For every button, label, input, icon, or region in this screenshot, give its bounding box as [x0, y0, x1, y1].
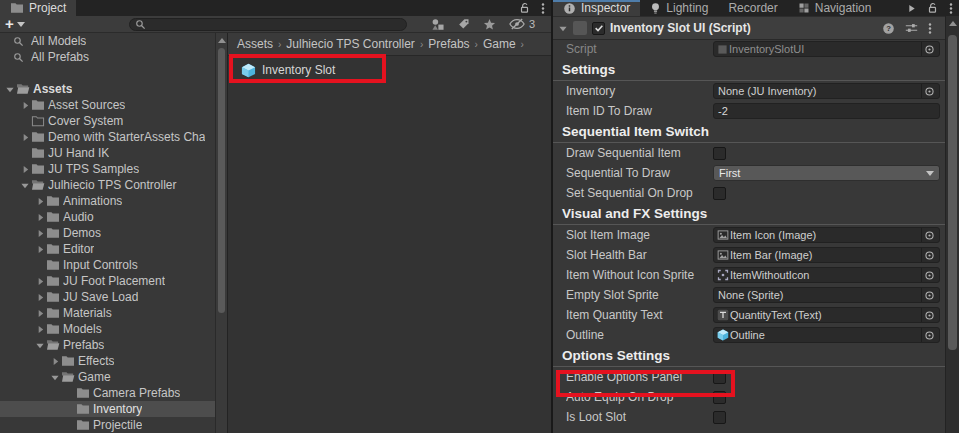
folder-icon [46, 275, 60, 287]
tab-inspector[interactable]: Inspector [553, 0, 640, 16]
inspector-scrollbar[interactable] [945, 16, 959, 433]
component-enabled-checkbox[interactable] [592, 22, 605, 35]
breadcrumb-segment-julhiecio-tps-controller[interactable]: Julhiecio TPS Controller [286, 37, 415, 51]
tree-item-ju-hand-ik[interactable]: JU Hand IK [0, 145, 215, 161]
checkbox-set-sequential-on-drop[interactable] [713, 187, 726, 200]
search-input[interactable] [149, 19, 401, 30]
tree-item-animations[interactable]: Animations [0, 193, 215, 209]
tree-item-editor[interactable]: Editor [0, 241, 215, 257]
foldout-closed-icon[interactable] [36, 213, 45, 222]
foldout-open-icon[interactable] [5, 85, 15, 94]
tree-item-cover-system[interactable]: Cover System [0, 113, 215, 129]
tree-item-camera-prefabs[interactable]: Camera Prefabs [0, 385, 215, 401]
dropdown-sequential-to-draw[interactable]: First [713, 165, 940, 181]
checkbox-is-loot-slot[interactable] [713, 411, 726, 424]
checkbox-draw-sequential-item[interactable] [713, 147, 726, 160]
search-icon [13, 36, 24, 47]
foldout-closed-icon[interactable] [36, 325, 45, 334]
foldout-closed-icon[interactable] [36, 229, 45, 238]
favorite-item-all-prefabs[interactable]: All Prefabs [0, 49, 215, 65]
create-asset-button[interactable]: + [5, 16, 25, 32]
tree-item-prefabs[interactable]: Prefabs [0, 337, 215, 353]
breadcrumb-segment-game[interactable]: Game [483, 37, 516, 51]
tree-item-assets[interactable]: Assets [0, 81, 215, 97]
scroll-up-icon[interactable] [218, 38, 226, 43]
kebab-menu-icon[interactable] [949, 2, 953, 15]
text-field-item-id-to-draw[interactable] [713, 103, 940, 119]
foldout-open-icon[interactable] [20, 181, 30, 190]
tree-item-asset-sources[interactable]: Asset Sources [0, 97, 215, 113]
tree-scrollbar[interactable] [215, 33, 227, 433]
foldout-open-icon[interactable] [558, 24, 568, 33]
tree-item-audio[interactable]: Audio [0, 209, 215, 225]
help-icon[interactable]: ? [882, 22, 895, 35]
object-picker-icon[interactable] [921, 42, 937, 56]
object-picker-icon[interactable] [921, 248, 937, 262]
tree-scrollbar-thumb[interactable] [218, 48, 225, 313]
favorites-star-icon[interactable] [483, 18, 496, 31]
navmesh-icon [798, 2, 810, 14]
tree-item-ju-foot-placement[interactable]: JU Foot Placement [0, 273, 215, 289]
presets-icon[interactable] [905, 22, 918, 34]
lock-icon[interactable] [519, 2, 530, 14]
object-picker-icon[interactable] [921, 288, 937, 302]
object-field-inventory[interactable]: None (JU Inventory) [713, 83, 940, 99]
foldout-closed-icon[interactable] [21, 101, 30, 110]
foldout-closed-icon[interactable] [36, 293, 45, 302]
tree-item-input-controls[interactable]: Input Controls [0, 257, 215, 273]
object-field-item-quantity-text[interactable]: QuantityText (Text) [713, 307, 940, 323]
search-by-type-icon[interactable] [431, 18, 445, 31]
lock-icon[interactable] [927, 2, 938, 14]
checkbox-auto-equip-on-drop[interactable] [713, 391, 726, 404]
tree-item-ju-tps-samples[interactable]: JU TPS Samples [0, 161, 215, 177]
object-picker-icon[interactable] [921, 268, 937, 282]
asset-item-inventory-slot[interactable]: Inventory Slot [228, 58, 551, 82]
object-field-script[interactable]: InventorySlotUI [713, 41, 940, 57]
object-picker-icon[interactable] [921, 328, 937, 342]
tab-lighting[interactable]: Lighting [640, 0, 718, 16]
tab-navigation[interactable]: Navigation [788, 0, 882, 16]
object-picker-icon[interactable] [921, 308, 937, 322]
foldout-closed-icon[interactable] [36, 245, 45, 254]
breadcrumb-segment-prefabs[interactable]: Prefabs [428, 37, 469, 51]
tab-project[interactable]: Project [0, 0, 76, 16]
favorite-item-all-models[interactable]: All Models [0, 33, 215, 49]
foldout-closed-icon[interactable] [36, 277, 45, 286]
object-field-item-without-icon-sprite[interactable]: ItemWithoutIcon [713, 267, 940, 283]
object-picker-icon[interactable] [921, 228, 937, 242]
object-picker-icon[interactable] [921, 84, 937, 98]
inspector-scrollbar-thumb[interactable] [948, 35, 957, 350]
folder-icon [76, 387, 90, 399]
tab-recorder[interactable]: Recorder [718, 0, 787, 16]
tree-item-models[interactable]: Models [0, 321, 215, 337]
show-more-tabs-icon[interactable] [908, 4, 916, 13]
tree-item-effects[interactable]: Effects [0, 353, 215, 369]
object-field-outline[interactable]: Outline [713, 327, 940, 343]
object-field-slot-item-image[interactable]: Item Icon (Image) [713, 227, 940, 243]
checkbox-enable-options-panel[interactable] [713, 371, 726, 384]
tree-item-projectile[interactable]: Projectile [0, 417, 215, 433]
tree-item-game[interactable]: Game [0, 369, 215, 385]
foldout-closed-icon[interactable] [36, 309, 45, 318]
foldout-open-icon[interactable] [35, 341, 45, 350]
hidden-items-eye-icon[interactable] [509, 18, 525, 30]
tree-item-demos[interactable]: Demos [0, 225, 215, 241]
tree-item-materials[interactable]: Materials [0, 305, 215, 321]
breadcrumb-segment-assets[interactable]: Assets [237, 37, 273, 51]
foldout-closed-icon[interactable] [51, 357, 60, 366]
foldout-closed-icon[interactable] [21, 133, 30, 142]
tree-item-julhiecio-tps-controller[interactable]: Julhiecio TPS Controller [0, 177, 215, 193]
object-field-slot-health-bar[interactable]: Item Bar (Image) [713, 247, 940, 263]
foldout-open-icon[interactable] [50, 373, 60, 382]
label-tag-icon[interactable] [458, 18, 470, 30]
kebab-menu-icon[interactable] [541, 2, 545, 15]
scroll-up-icon[interactable] [949, 21, 957, 26]
tree-item-ju-save-load[interactable]: JU Save Load [0, 289, 215, 305]
tree-item-demo-with-starterassets-cha[interactable]: Demo with StarterAssets Cha [0, 129, 215, 145]
tree-item-inventory[interactable]: Inventory [0, 401, 215, 417]
kebab-menu-icon[interactable] [928, 22, 932, 35]
tree-item-label: Inventory [93, 402, 142, 416]
foldout-closed-icon[interactable] [21, 165, 30, 174]
foldout-closed-icon[interactable] [36, 197, 45, 206]
object-field-empty-slot-sprite[interactable]: None (Sprite) [713, 287, 940, 303]
